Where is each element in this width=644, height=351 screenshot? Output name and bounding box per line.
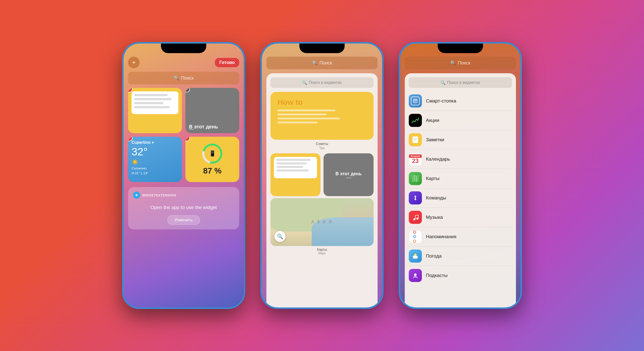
app-list: Смарт-стопка Акции bbox=[409, 91, 512, 285]
app-name-smartstack: Смарт-стопка bbox=[426, 98, 456, 104]
tips-dashes bbox=[277, 110, 367, 123]
app-name-notes: Заметки bbox=[426, 137, 444, 143]
widget-gallery-search[interactable]: 🔍 Поиск в виджетах bbox=[270, 77, 374, 88]
svg-rect-2 bbox=[414, 101, 416, 101]
tg-text: Open the app to use the widget bbox=[133, 202, 234, 215]
search-bar-1[interactable]: 🔍 Поиск bbox=[128, 72, 239, 84]
shortcuts-icon bbox=[409, 191, 422, 204]
notes-widget[interactable]: − bbox=[128, 88, 182, 133]
list-item[interactable]: Смарт-стопка bbox=[409, 91, 512, 111]
map-widget[interactable]: А З И Я 🔍 bbox=[270, 198, 374, 246]
list-item[interactable]: Карты bbox=[409, 169, 512, 188]
list-item[interactable]: Подкасты bbox=[409, 266, 512, 285]
search-bar-2[interactable]: 🔍 Поиск bbox=[266, 57, 378, 69]
weather-desc: Солнечно bbox=[132, 166, 178, 170]
app-name-weather: Погода bbox=[426, 253, 442, 259]
tips-sublabel: Tips bbox=[270, 146, 374, 150]
app-name-stocks: Акции bbox=[426, 118, 439, 123]
smartstack-inner bbox=[411, 96, 420, 106]
phone2-topbar: 🔍 Поиск bbox=[266, 57, 378, 69]
list-item[interactable]: Погода bbox=[409, 247, 512, 266]
notch-3 bbox=[438, 44, 483, 53]
search-label-2: Поиск bbox=[319, 60, 332, 66]
svg-rect-3 bbox=[413, 136, 418, 143]
add-widget-button[interactable]: + bbox=[128, 57, 140, 68]
in-day-widget[interactable]: − В этот день bbox=[185, 88, 239, 133]
map-search-button[interactable]: 🔍 bbox=[274, 231, 286, 242]
reminders-dots bbox=[411, 230, 420, 243]
weather-widget[interactable]: − Cupertino ➤ 32° ☀️ Солнечно H:31° L:14… bbox=[128, 137, 182, 182]
search-icon-2: 🔍 bbox=[312, 60, 317, 66]
list-item[interactable]: Заметки bbox=[409, 130, 512, 150]
screen-1: + Готово 🔍 Поиск − bbox=[124, 44, 244, 307]
podcasts-icon bbox=[409, 269, 422, 282]
tg-title: ✈ WIDGETEXTENSION bbox=[133, 192, 234, 199]
phone-3: 🔍 Поиск 🔍 Поиск в виджетах bbox=[399, 42, 522, 309]
gallery-search-icon: 🔍 bbox=[302, 80, 307, 85]
weather-hl: H:31° L:14° bbox=[132, 171, 178, 175]
tip-dash-1 bbox=[277, 110, 335, 111]
list-item[interactable]: Музыка bbox=[409, 208, 512, 227]
screen-2: 🔍 Поиск 🔍 Поиск в виджетах How to Сов bbox=[262, 44, 382, 307]
battery-widget[interactable]: − 📱 87 % bbox=[185, 137, 239, 182]
izmeniti-container: Изменить bbox=[133, 215, 234, 225]
calendar-day: 23 bbox=[412, 158, 419, 164]
phone3-widget-search[interactable]: 🔍 Поиск в виджетах bbox=[409, 77, 512, 88]
notes-small-widget[interactable]: Заметки Заметка bbox=[270, 153, 320, 196]
weather-icon-app bbox=[409, 250, 422, 263]
svg-point-10 bbox=[413, 218, 415, 220]
notch-2 bbox=[299, 44, 345, 53]
phone3-content: 🔍 Поиск в виджетах bbox=[405, 73, 516, 307]
phone-1: + Готово 🔍 Поиск − bbox=[122, 42, 245, 309]
svg-rect-19 bbox=[413, 258, 418, 259]
app-name-podcasts: Подкасты bbox=[426, 273, 448, 278]
app-name-calendar: Календарь bbox=[426, 156, 450, 162]
widget-gallery: 🔍 Поиск в виджетах How to Советы Tips bbox=[266, 73, 378, 307]
map-sublabel: Maps bbox=[270, 252, 374, 255]
photo-small-widget[interactable]: В этот день Фото Для Вас bbox=[324, 153, 374, 196]
search-label-3: Поиск bbox=[458, 60, 470, 66]
tips-howto: How to bbox=[277, 98, 367, 107]
search-label-1: Поиск bbox=[181, 76, 194, 81]
search-bar-3[interactable]: 🔍 Поиск bbox=[405, 57, 516, 69]
widget-row: Заметки Заметка В этот день Фото Для Вас bbox=[270, 153, 374, 196]
remove-battery-btn[interactable]: − bbox=[185, 137, 190, 141]
svg-rect-1 bbox=[414, 100, 417, 100]
zaметки-white-area bbox=[274, 157, 317, 178]
app-name-music: Музыка bbox=[426, 215, 443, 220]
map-label: Карты bbox=[270, 248, 374, 252]
list-item[interactable]: Команды bbox=[409, 188, 512, 208]
list-item[interactable]: Вторник 23 Календарь bbox=[409, 150, 512, 169]
app-name-shortcuts: Команды bbox=[426, 195, 446, 201]
p3-search-icon: 🔍 bbox=[440, 80, 446, 85]
calendar-icon: Вторник 23 bbox=[409, 153, 422, 166]
notes-icon bbox=[409, 133, 422, 146]
map-bg: А З И Я bbox=[270, 198, 374, 246]
telegram-widget[interactable]: ✈ WIDGETEXTENSION Open the app to use th… bbox=[128, 187, 239, 229]
photo-text: В этот день bbox=[335, 171, 361, 177]
phone-2: 🔍 Поиск 🔍 Поиск в виджетах How to Сов bbox=[260, 42, 384, 309]
smartstack-icon bbox=[409, 94, 422, 108]
ready-button[interactable]: Готово bbox=[215, 58, 239, 67]
music-icon bbox=[409, 211, 422, 224]
list-item[interactable]: Напоминания bbox=[409, 227, 512, 247]
zaметки-widget-inner bbox=[270, 153, 320, 196]
svg-marker-7 bbox=[412, 175, 418, 182]
notes-widget-inner bbox=[128, 88, 182, 133]
izmeniti-button[interactable]: Изменить bbox=[167, 215, 200, 225]
svg-point-11 bbox=[416, 218, 418, 220]
weather-city: Cupertino ➤ bbox=[132, 140, 178, 145]
map-asia-text: А З И Я bbox=[311, 220, 333, 224]
battery-percent: 87 % bbox=[203, 166, 222, 175]
stocks-icon bbox=[409, 114, 422, 127]
reminders-icon bbox=[409, 230, 422, 243]
phone1-topbar: + Готово bbox=[128, 57, 239, 68]
photo-dash bbox=[346, 178, 351, 178]
tips-widget[interactable]: How to bbox=[270, 92, 374, 140]
notch-1 bbox=[161, 44, 206, 53]
app-name-reminders: Напоминания bbox=[426, 234, 456, 239]
battery-ring: 📱 bbox=[202, 144, 222, 164]
list-item[interactable]: Акции bbox=[409, 111, 512, 130]
app-name-maps: Карты bbox=[426, 176, 439, 181]
tip-dash-3 bbox=[277, 118, 340, 119]
